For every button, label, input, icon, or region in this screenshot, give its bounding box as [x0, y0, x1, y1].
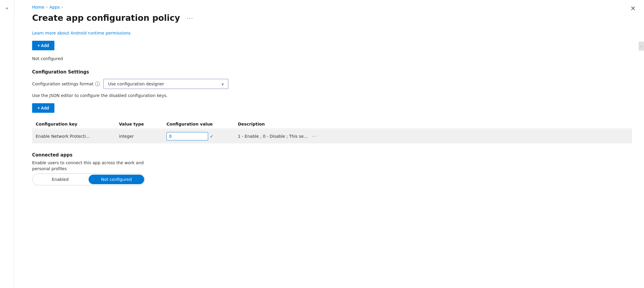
connected-apps-label: Enable users to connect this app across …: [32, 160, 145, 172]
row-config-value-cell: ✓: [167, 132, 238, 140]
config-format-label-text: Configuration settings format: [32, 82, 93, 86]
page-header: Create app configuration policy ···: [32, 13, 632, 23]
right-panel-toggle[interactable]: ›: [639, 42, 644, 51]
breadcrumb-apps[interactable]: Apps: [49, 5, 60, 10]
table-row: Enable Network Protecti... integer ✓ 1 -…: [32, 129, 632, 143]
not-configured-label: Not configured: [32, 56, 632, 61]
row-value-type: integer: [119, 134, 167, 139]
config-table: Configuration key Value type Configurati…: [32, 120, 632, 143]
toggle-not-configured[interactable]: Not configured: [89, 175, 144, 184]
more-options-button[interactable]: ···: [184, 13, 196, 23]
col-header-description: Description: [238, 122, 629, 126]
sidebar-toggle[interactable]: «: [0, 0, 14, 288]
close-icon: ✕: [630, 5, 636, 12]
table-header-row: Configuration key Value type Configurati…: [32, 120, 632, 129]
chevron-down-icon: ∨: [221, 82, 224, 86]
breadcrumb-sep-2: ›: [62, 5, 63, 9]
row-description: 1 - Enable , 0 - Disable ; This se...: [238, 134, 308, 139]
info-icon[interactable]: i: [95, 82, 100, 86]
toggle-enabled[interactable]: Enabled: [32, 175, 88, 184]
row-more-button[interactable]: ···: [310, 133, 319, 140]
collapse-icon: «: [6, 5, 9, 11]
breadcrumb-home[interactable]: Home: [32, 5, 44, 10]
config-settings-title: Configuration Settings: [32, 69, 632, 75]
config-value-input[interactable]: [167, 132, 208, 140]
connected-apps-toggle[interactable]: Enabled Not configured: [32, 173, 145, 185]
main-panel: Home › Apps › Create app configuration p…: [14, 0, 644, 288]
close-button[interactable]: ✕: [630, 5, 636, 12]
col-header-key: Configuration key: [36, 122, 119, 126]
add-button-1[interactable]: + Add: [32, 41, 54, 50]
config-format-select[interactable]: Use configuration designer ∨: [103, 79, 228, 89]
check-icon: ✓: [210, 134, 213, 139]
col-header-value-type: Value type: [119, 122, 167, 126]
add-button-2[interactable]: + Add: [32, 103, 54, 113]
connected-apps-title: Connected apps: [32, 152, 632, 158]
col-header-config-value: Configuration value: [167, 122, 238, 126]
breadcrumb: Home › Apps ›: [32, 5, 632, 10]
connected-apps-section: Connected apps Enable users to connect t…: [32, 152, 632, 185]
breadcrumb-sep-1: ›: [46, 5, 48, 9]
row-description-cell: 1 - Enable , 0 - Disable ; This se... ··…: [238, 133, 629, 140]
row-key: Enable Network Protecti...: [36, 134, 119, 139]
json-editor-note: Use the JSON editor to configure the dis…: [32, 93, 632, 98]
learn-more-link[interactable]: Learn more about Android runtime permiss…: [32, 31, 131, 35]
config-format-row: Configuration settings format i Use conf…: [32, 79, 632, 89]
page-title: Create app configuration policy: [32, 13, 180, 23]
config-format-value: Use configuration designer: [108, 82, 164, 86]
